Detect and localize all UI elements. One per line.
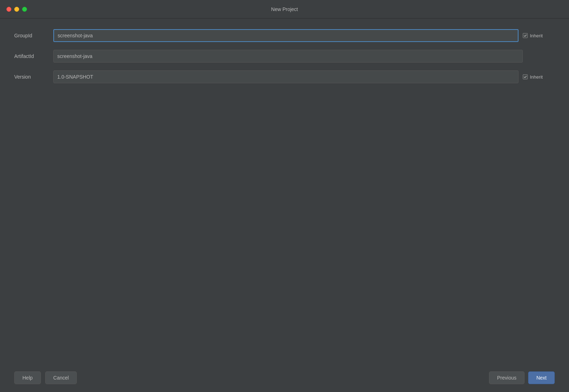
version-row: Version Inherit	[14, 70, 555, 83]
version-inherit-checkbox[interactable]	[523, 74, 528, 79]
artifactid-input[interactable]	[53, 50, 523, 63]
minimize-button[interactable]	[14, 7, 19, 12]
window-title: New Project	[271, 6, 298, 12]
title-bar: New Project	[0, 0, 569, 18]
version-inherit-label: Inherit	[530, 74, 543, 80]
groupid-label: GroupId	[14, 33, 53, 38]
maximize-button[interactable]	[22, 7, 27, 12]
next-button[interactable]: Next	[528, 371, 555, 384]
main-content: GroupId Inherit ArtifactId Version Inher…	[0, 18, 569, 364]
groupid-input[interactable]	[53, 29, 519, 42]
cancel-button[interactable]: Cancel	[45, 371, 77, 384]
groupid-inherit-checkbox[interactable]	[523, 33, 528, 38]
version-inherit-container: Inherit	[523, 74, 555, 80]
artifactid-row: ArtifactId	[14, 50, 555, 63]
close-button[interactable]	[6, 7, 11, 12]
previous-button[interactable]: Previous	[489, 371, 525, 384]
bottom-bar: Help Cancel Previous Next	[0, 364, 569, 392]
artifactid-label: ArtifactId	[14, 53, 53, 59]
content-spacer	[14, 91, 555, 356]
version-label: Version	[14, 74, 53, 80]
version-input[interactable]	[53, 70, 519, 83]
help-button[interactable]: Help	[14, 371, 41, 384]
groupid-inherit-label: Inherit	[530, 33, 543, 38]
groupid-row: GroupId Inherit	[14, 29, 555, 42]
window-controls	[6, 7, 27, 12]
groupid-inherit-container: Inherit	[523, 33, 555, 38]
